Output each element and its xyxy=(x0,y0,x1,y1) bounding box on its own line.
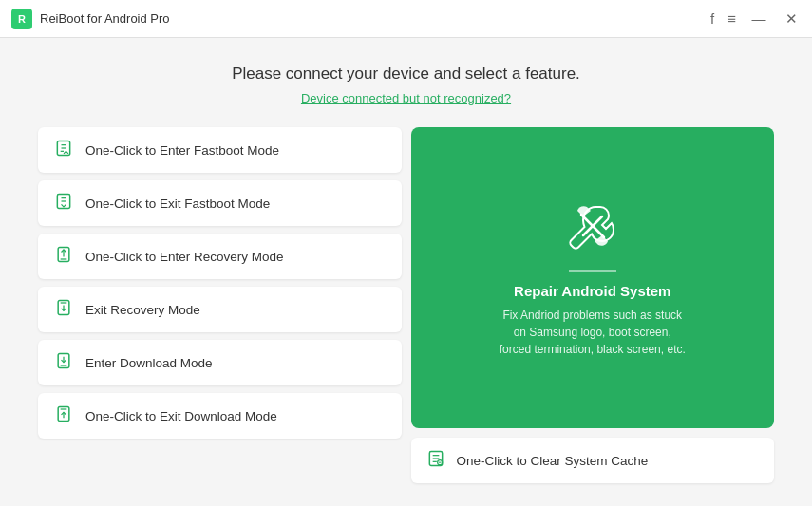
enter-recovery-icon xyxy=(53,245,74,269)
exit-recovery-label: Exit Recovery Mode xyxy=(85,303,200,317)
enter-fastboot-button[interactable]: One-Click to Enter Fastboot Mode xyxy=(38,127,402,173)
menu-icon[interactable]: ≡ xyxy=(727,10,736,27)
enter-recovery-button[interactable]: One-Click to Enter Recovery Mode xyxy=(38,234,402,279)
title-bar: R ReiBoot for Android Pro f ≡ — ✕ xyxy=(0,0,812,38)
exit-fastboot-label: One-Click to Exit Fastboot Mode xyxy=(85,197,270,211)
repair-divider xyxy=(569,270,616,272)
exit-fastboot-icon xyxy=(53,192,74,216)
enter-recovery-label: One-Click to Enter Recovery Mode xyxy=(85,250,284,264)
clear-cache-icon xyxy=(426,449,445,473)
exit-recovery-icon xyxy=(53,298,74,322)
app-logo: R xyxy=(11,9,32,29)
title-bar-right: f ≡ — ✕ xyxy=(710,9,801,28)
clear-cache-label: One-Click to Clear System Cache xyxy=(457,454,649,468)
feature-grid: One-Click to Enter Fastboot Mode One-Cli… xyxy=(38,127,774,483)
feature-list: One-Click to Enter Fastboot Mode One-Cli… xyxy=(38,127,402,483)
app-title: ReiBoot for Android Pro xyxy=(40,11,170,26)
title-bar-left: R ReiBoot for Android Pro xyxy=(11,9,170,29)
enter-download-icon xyxy=(53,351,74,375)
clear-cache-button[interactable]: One-Click to Clear System Cache xyxy=(411,438,775,483)
minimize-button[interactable]: — xyxy=(749,9,768,28)
main-content: Please connect your device and select a … xyxy=(0,38,812,506)
repair-title: Repair Android System xyxy=(514,283,670,299)
header-title: Please connect your device and select a … xyxy=(38,65,774,84)
facebook-icon[interactable]: f xyxy=(710,10,714,27)
enter-download-label: Enter Download Mode xyxy=(85,356,213,370)
close-button[interactable]: ✕ xyxy=(782,9,801,28)
exit-fastboot-button[interactable]: One-Click to Exit Fastboot Mode xyxy=(38,180,402,226)
exit-download-label: One-Click to Exit Download Mode xyxy=(85,409,277,423)
enter-fastboot-icon xyxy=(53,139,74,162)
exit-recovery-button[interactable]: Exit Recovery Mode xyxy=(38,287,402,332)
repair-tools-icon xyxy=(564,197,621,254)
right-panel: Repair Android System Fix Andriod proble… xyxy=(411,127,775,483)
repair-description: Fix Andriod problems such as stuck on Sa… xyxy=(498,307,688,358)
repair-icon-area xyxy=(564,197,621,258)
device-not-recognized-link[interactable]: Device connected but not recognized? xyxy=(301,91,511,105)
exit-download-button[interactable]: One-Click to Exit Download Mode xyxy=(38,393,402,439)
enter-download-button[interactable]: Enter Download Mode xyxy=(38,340,402,385)
header-section: Please connect your device and select a … xyxy=(38,65,774,106)
exit-download-icon xyxy=(53,404,74,428)
repair-android-card[interactable]: Repair Android System Fix Andriod proble… xyxy=(411,127,775,428)
enter-fastboot-label: One-Click to Enter Fastboot Mode xyxy=(85,143,279,158)
